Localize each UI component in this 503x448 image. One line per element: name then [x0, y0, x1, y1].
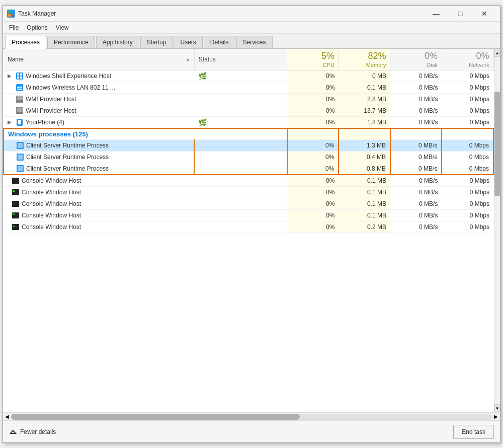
svg-rect-18 [18, 112, 19, 114]
process-icon [16, 141, 24, 150]
svg-rect-22 [19, 124, 20, 125]
tab-startup[interactable]: Startup [140, 36, 173, 48]
process-icon [12, 223, 20, 231]
window-title: Task Manager [18, 10, 425, 17]
svg-rect-42 [13, 225, 14, 226]
scroll-track[interactable] [494, 57, 500, 404]
table-row[interactable]: ▶ YourPhone (4) 🌿 [4, 116, 493, 128]
svg-rect-34 [13, 191, 15, 192]
svg-rect-29 [12, 178, 19, 184]
horizontal-scrollbar[interactable]: ◀ ▶ [3, 412, 500, 420]
process-icon [16, 84, 24, 92]
svg-rect-32 [12, 189, 19, 195]
scroll-down-button[interactable]: ▼ [494, 404, 500, 412]
process-icon [12, 177, 20, 185]
expand-icon[interactable]: ▶ [8, 119, 16, 125]
h-scroll-thumb[interactable] [11, 414, 300, 420]
tab-processes[interactable]: Processes [5, 36, 46, 49]
table-row[interactable]: ▶ Windows Shell Experience Host 🌿 [4, 70, 493, 82]
tab-services[interactable]: Services [236, 36, 273, 48]
col-header-memory[interactable]: 82% Memory [339, 49, 390, 70]
maximize-button[interactable]: □ [449, 6, 472, 22]
svg-rect-33 [13, 190, 14, 191]
svg-rect-15 [21, 101, 22, 102]
h-scroll-track[interactable] [11, 414, 492, 420]
end-task-button[interactable]: End task [453, 425, 494, 439]
close-button[interactable]: ✕ [473, 6, 496, 22]
svg-rect-36 [13, 202, 14, 202]
table-row[interactable]: Console Window Host 0% 0.2 MB 0 MB/s 0 M… [4, 221, 493, 233]
process-icon [12, 200, 20, 208]
process-icon [16, 95, 24, 103]
scroll-thumb[interactable] [494, 92, 500, 196]
svg-rect-35 [12, 201, 19, 207]
title-bar: Task Manager — □ ✕ [3, 6, 500, 22]
scroll-up-button[interactable]: ▲ [494, 49, 500, 57]
svg-rect-30 [13, 179, 14, 179]
expand-placeholder: ▶ [8, 85, 16, 90]
svg-rect-8 [20, 77, 22, 79]
svg-rect-37 [13, 203, 15, 203]
table-row[interactable]: Client Server Runtime Process 0% 0.4 MB … [4, 151, 493, 163]
col-header-network[interactable]: 0% Network [442, 49, 493, 70]
col-header-name[interactable]: Name ▲ [4, 49, 194, 70]
tab-users[interactable]: Users [174, 36, 202, 48]
suspend-icon: 🌿 [198, 72, 207, 80]
menu-view[interactable]: View [52, 23, 73, 32]
svg-rect-41 [12, 224, 19, 230]
svg-rect-11 [17, 89, 22, 90]
tab-app-history[interactable]: App history [96, 36, 139, 48]
process-icon [16, 107, 24, 115]
menu-bar: File Options View [3, 22, 500, 34]
table-row[interactable]: Console Window Host 0% 0.1 MB 0 MB/s 0 M… [4, 209, 493, 221]
menu-options[interactable]: Options [23, 23, 51, 32]
process-icon [16, 165, 24, 173]
table-scroll[interactable]: Name ▲ Status 5% CPU [3, 49, 494, 412]
h-scroll-left[interactable]: ◀ [5, 414, 9, 419]
col-header-cpu[interactable]: 5% CPU [287, 49, 339, 70]
svg-rect-26 [18, 155, 23, 160]
col-header-status[interactable]: Status [194, 49, 287, 70]
table-row[interactable]: Client Server Runtime Process 0% 0.8 MB … [4, 163, 493, 175]
process-icon [16, 118, 24, 126]
expand-placeholder: ▶ [8, 96, 16, 102]
svg-rect-5 [17, 73, 19, 76]
windows-group-header[interactable]: Windows processes (125) [4, 128, 493, 140]
vertical-scrollbar[interactable]: ▲ ▼ [494, 49, 500, 412]
app-icon [7, 10, 15, 18]
svg-rect-28 [18, 166, 23, 171]
suspend-icon: 🌿 [198, 118, 207, 126]
svg-rect-24 [18, 143, 23, 148]
window-controls: — □ ✕ [425, 6, 496, 22]
minimize-button[interactable]: — [425, 6, 448, 22]
process-icon [12, 188, 20, 196]
svg-rect-13 [17, 96, 23, 100]
expand-icon[interactable]: ▶ [8, 73, 16, 79]
svg-rect-21 [18, 120, 21, 124]
menu-file[interactable]: File [5, 23, 23, 32]
col-header-disk[interactable]: 0% Disk [390, 49, 442, 70]
svg-rect-17 [17, 108, 23, 112]
tab-bar: Processes Performance App history Startu… [3, 34, 500, 49]
process-icon [16, 153, 24, 161]
tab-details[interactable]: Details [204, 36, 235, 48]
table-row[interactable]: ▶ WMI Provider Host 0% 13.7 MB 0 M [4, 105, 493, 116]
table-row[interactable]: Client Server Runtime Process 0% 1.3 MB … [4, 139, 493, 151]
group-label: Windows processes (125) [8, 130, 88, 138]
process-icon [12, 211, 20, 219]
svg-rect-6 [20, 73, 22, 76]
table-row[interactable]: Console Window Host 0% 0.1 MB 0 MB/s 0 M… [4, 186, 493, 198]
svg-rect-19 [21, 112, 22, 114]
process-table: Name ▲ Status 5% CPU [3, 49, 494, 233]
table-row[interactable]: Console Window Host 0% 0.1 MB 0 MB/s 0 M… [4, 198, 493, 209]
svg-rect-2 [8, 14, 11, 17]
fewer-details-button[interactable]: Fewer details [9, 428, 56, 436]
table-row[interactable]: ▶ Windows Wireless LAN 802.11 ... 0% 0.1… [4, 82, 493, 93]
svg-marker-44 [11, 430, 16, 433]
table-row[interactable]: ▶ WMI Provider Host 0% 2.8 MB 0 MB [4, 93, 493, 105]
h-scroll-right[interactable]: ▶ [494, 414, 498, 419]
expand-placeholder: ▶ [8, 108, 16, 113]
sort-arrow-up: ▲ [186, 57, 190, 62]
tab-performance[interactable]: Performance [47, 36, 95, 48]
table-row[interactable]: Console Window Host 0% 0.1 MB 0 MB/s 0 M… [4, 175, 493, 187]
